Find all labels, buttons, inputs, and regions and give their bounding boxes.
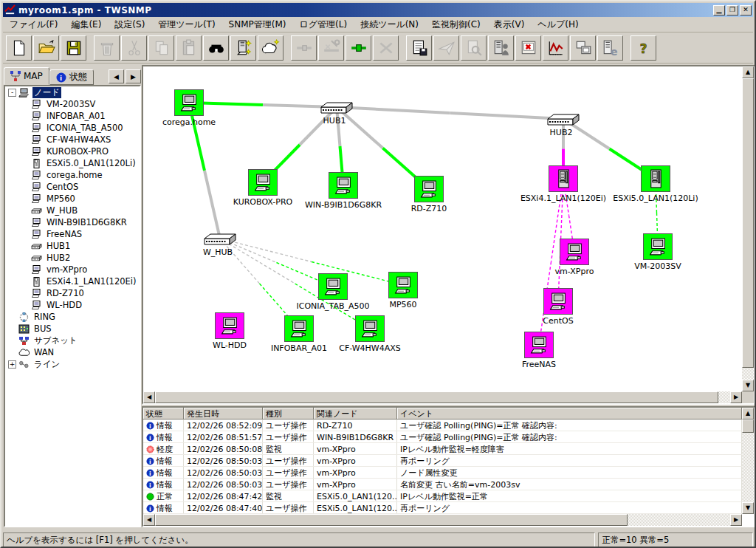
open-file-button[interactable] bbox=[33, 35, 59, 61]
tree-item[interactable]: WAN bbox=[5, 346, 140, 358]
tree-item[interactable]: ESXi5.0_LAN1(120Li) bbox=[5, 157, 140, 169]
map-vertical-scrollbar[interactable]: ▲ ▼ bbox=[742, 66, 754, 391]
remote-desktop-button[interactable] bbox=[570, 35, 596, 61]
log-row[interactable]: 軽度12/02/26 08:50:08監視vm-XPproIPレベル動作監視=軽… bbox=[143, 443, 742, 455]
tree-item[interactable]: INFOBAR_A01 bbox=[5, 110, 140, 122]
tree-item[interactable]: WIN-B9IB1D6G8KR bbox=[5, 216, 140, 228]
menu-item[interactable]: 設定(S) bbox=[108, 17, 151, 32]
map-node[interactable]: CentOS bbox=[543, 288, 573, 315]
polling-graph-button[interactable] bbox=[543, 35, 568, 61]
map-node[interactable]: MP560 bbox=[388, 272, 418, 298]
log-hscroll-thumb[interactable] bbox=[155, 514, 628, 526]
scroll-left-icon[interactable]: ◀ bbox=[143, 391, 155, 403]
menu-item[interactable]: SNMP管理(M) bbox=[222, 17, 293, 32]
log-row[interactable]: i情報12/02/26 08:50:03ユーザ操作vm-XPpro名前変更 古い… bbox=[143, 479, 742, 490]
web-server-button[interactable]: e bbox=[597, 35, 623, 61]
scroll-up-icon[interactable]: ▲ bbox=[742, 408, 754, 419]
map-hscroll-thumb[interactable] bbox=[155, 391, 718, 403]
tree-item[interactable]: corega.home bbox=[5, 169, 140, 181]
menu-item[interactable]: 監視制御(C) bbox=[425, 17, 487, 32]
minimize-button[interactable]: ▁ bbox=[713, 5, 725, 16]
tree-item[interactable]: FreeNAS bbox=[5, 228, 140, 240]
scroll-down-icon[interactable]: ▼ bbox=[742, 502, 754, 514]
log-row[interactable]: 正常12/02/26 08:47:42監視ESXi5.0_LAN1(120...… bbox=[143, 490, 742, 502]
tree-item[interactable]: W_HUB bbox=[5, 205, 140, 216]
log-horizontal-scrollbar[interactable]: ◀ ▶ bbox=[143, 514, 742, 526]
menu-item[interactable]: 表示(V) bbox=[487, 17, 532, 32]
tree-item[interactable]: HUB2 bbox=[5, 252, 140, 264]
log-row[interactable]: i情報12/02/26 08:52:09ユーザ操作RD-Z710ユーザ確認 Po… bbox=[143, 419, 742, 431]
log-column-header[interactable]: 発生日時 bbox=[184, 408, 263, 419]
tree-item[interactable]: RING bbox=[5, 311, 140, 323]
map-node[interactable]: VM-2003SV bbox=[643, 233, 673, 260]
tree-item[interactable]: サブネット bbox=[5, 335, 140, 346]
tree-item[interactable]: ESXi4.1_LAN1(120Ei) bbox=[5, 275, 140, 287]
scroll-down-icon[interactable]: ▼ bbox=[742, 380, 754, 391]
tree-item[interactable]: vm-XPpro bbox=[5, 264, 140, 275]
log-column-header[interactable]: イベント bbox=[397, 408, 742, 419]
tab-map[interactable]: MAP bbox=[4, 67, 49, 85]
tree-item[interactable]: +ライン bbox=[5, 358, 140, 370]
scroll-right-icon[interactable]: ▶ bbox=[730, 391, 742, 403]
restore-button[interactable]: ❐ bbox=[726, 5, 738, 16]
map-node[interactable]: FreeNAS bbox=[524, 332, 554, 358]
map-horizontal-scrollbar[interactable]: ◀ ▶ bbox=[143, 391, 742, 403]
map-node[interactable]: ICONIA_TAB_A500 bbox=[318, 273, 348, 300]
log-column-header[interactable]: 関連ノード bbox=[314, 408, 397, 419]
mib-browser-button[interactable] bbox=[488, 35, 514, 61]
map-node[interactable]: WIN-B9IB1D6G8KR bbox=[329, 172, 358, 199]
scroll-up-icon[interactable]: ▲ bbox=[742, 66, 754, 78]
new-file-button[interactable] bbox=[6, 35, 32, 61]
map-node[interactable]: ESXi4.1_LAN1(120Ei) bbox=[549, 165, 578, 192]
add-node-button[interactable] bbox=[230, 35, 256, 61]
add-network-button[interactable] bbox=[258, 35, 284, 61]
map-node[interactable]: CF-W4HW4AXS bbox=[355, 315, 385, 342]
connect-line-button[interactable] bbox=[346, 35, 371, 61]
tree-item[interactable]: WL-HDD bbox=[5, 299, 140, 311]
tree-item[interactable]: ICONIA_TAB_A500 bbox=[5, 122, 140, 134]
map-node[interactable]: INFOBAR_A01 bbox=[284, 315, 314, 342]
menu-item[interactable]: ヘルプ(H) bbox=[531, 17, 585, 32]
log-vscroll-thumb[interactable] bbox=[742, 419, 754, 433]
log-column-header[interactable]: 種別 bbox=[263, 408, 314, 419]
log-row[interactable]: i情報12/02/26 08:50:03ユーザ操作vm-XPproノード属性変更 bbox=[143, 467, 742, 479]
title-bar[interactable]: myroom1.spm - TWSNMP ▁ ❐ ✕ bbox=[3, 3, 753, 17]
map-node[interactable]: RD-Z710 bbox=[414, 176, 444, 202]
scroll-right-icon[interactable]: ▶ bbox=[730, 514, 742, 526]
map-node[interactable]: HUB1 bbox=[320, 100, 349, 114]
help-button[interactable]: ? bbox=[630, 35, 656, 61]
log-row[interactable]: i情報12/02/26 08:50:03ユーザ操作vm-XPpro再ポーリング bbox=[143, 455, 742, 467]
map-node[interactable]: corega.home bbox=[174, 89, 204, 116]
menu-item[interactable]: 編集(E) bbox=[64, 17, 108, 32]
tree-item[interactable]: VM-2003SV bbox=[5, 98, 140, 110]
scroll-left-icon[interactable]: ◀ bbox=[143, 514, 155, 526]
menu-item[interactable]: ファイル(F) bbox=[3, 17, 64, 32]
expander-icon[interactable]: - bbox=[8, 89, 16, 97]
tree-item[interactable]: -ノード bbox=[5, 86, 140, 98]
tree-item[interactable]: CentOS bbox=[5, 181, 140, 193]
menu-item[interactable]: 接続ツール(N) bbox=[354, 17, 425, 32]
tree-item[interactable]: HUB1 bbox=[5, 240, 140, 252]
map-node[interactable]: HUB2 bbox=[546, 112, 576, 126]
tree-item[interactable]: RD-Z710 bbox=[5, 287, 140, 299]
log-vertical-scrollbar[interactable]: ▲ ▼ bbox=[742, 408, 754, 514]
map-node[interactable]: vm-XPpro bbox=[560, 239, 589, 265]
map-node[interactable]: W_HUB bbox=[203, 232, 233, 246]
map-node[interactable]: ESXi5.0_LAN1(120Li) bbox=[641, 165, 670, 192]
log-row[interactable]: i情報12/02/26 08:47:40ユーザ操作ESXi5.0_LAN1(12… bbox=[143, 502, 742, 514]
tree-item[interactable]: MP560 bbox=[5, 193, 140, 205]
map-canvas[interactable]: corega.homeHUB1HUB2KUROBOX-PROWIN-B9IB1D… bbox=[143, 66, 742, 391]
tree-item[interactable]: CF-W4HW4AXS bbox=[5, 134, 140, 145]
tab-status[interactable]: i 状態 bbox=[49, 69, 94, 85]
stop-monitor-button[interactable] bbox=[515, 35, 541, 61]
log-column-header[interactable]: 状態 bbox=[143, 408, 184, 419]
save-file-button[interactable] bbox=[61, 35, 86, 61]
map-node[interactable]: WL-HDD bbox=[215, 312, 244, 339]
close-button[interactable]: ✕ bbox=[740, 5, 752, 16]
tree-item[interactable]: KUROBOX-PRO bbox=[5, 145, 140, 157]
menu-item[interactable]: 管理ツール(T) bbox=[151, 17, 221, 32]
save-log-button[interactable] bbox=[406, 35, 432, 61]
map-node[interactable]: KUROBOX-PRO bbox=[248, 169, 278, 196]
log-row[interactable]: i情報12/02/26 08:51:57ユーザ操作WIN-B9IB1D6G8KR… bbox=[143, 431, 742, 443]
tab-scroll-left-icon[interactable]: ◀ bbox=[109, 69, 124, 83]
